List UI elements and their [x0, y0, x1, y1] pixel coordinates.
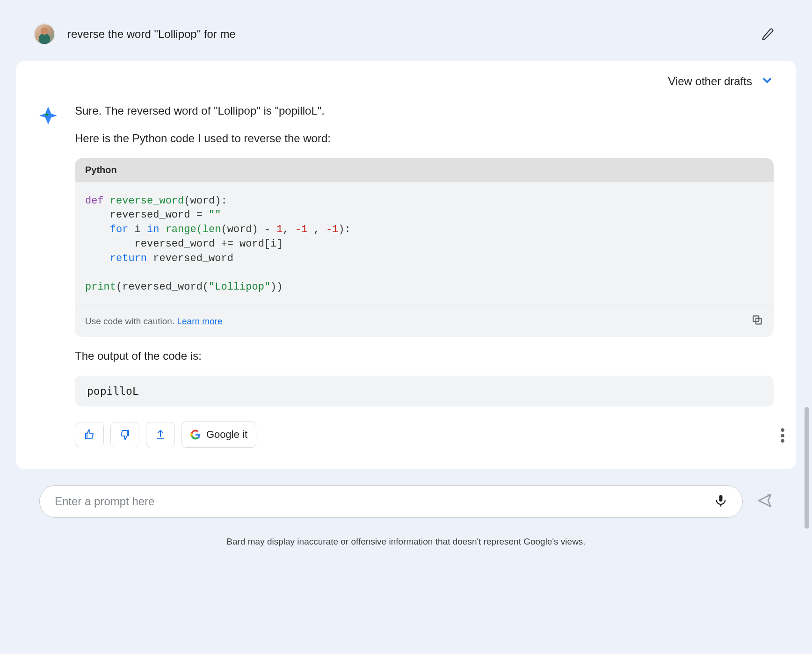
- prompt-input-container[interactable]: [39, 485, 743, 518]
- send-icon: [757, 493, 773, 509]
- scrollbar-thumb[interactable]: [805, 407, 809, 529]
- code-language-label: Python: [75, 158, 774, 182]
- more-options-button[interactable]: •••: [780, 427, 785, 443]
- response-intro: Sure. The reversed word of "Lollipop" is…: [75, 103, 774, 119]
- microphone-icon: [714, 494, 727, 507]
- output-box: popilloL: [75, 376, 774, 407]
- code-block: Python def reverse_word(word): reversed_…: [75, 158, 774, 337]
- thumbs-down-icon: [119, 429, 130, 440]
- user-prompt-row: reverse the word "Lollipop" for me: [11, 9, 801, 54]
- pencil-icon: [761, 28, 774, 41]
- response-actions: Google it: [75, 421, 774, 448]
- output-intro: The output of the code is:: [75, 348, 774, 364]
- code-intro: Here is the Python code I used to revers…: [75, 131, 774, 147]
- view-drafts-button[interactable]: View other drafts: [668, 75, 752, 88]
- code-caution-text: Use code with caution.: [85, 316, 174, 326]
- code-body: def reverse_word(word): reversed_word = …: [75, 182, 774, 305]
- prompt-input[interactable]: [55, 495, 705, 508]
- thumbs-up-icon: [84, 429, 95, 440]
- more-vert-icon: •••: [780, 427, 785, 443]
- google-it-button[interactable]: Google it: [181, 421, 256, 448]
- user-avatar: [34, 23, 55, 45]
- edit-prompt-button[interactable]: [757, 23, 778, 45]
- copy-code-button[interactable]: [751, 314, 763, 328]
- share-button[interactable]: [146, 422, 175, 447]
- copy-icon: [751, 314, 763, 326]
- send-button[interactable]: [757, 493, 773, 510]
- thumbs-down-button[interactable]: [110, 422, 139, 447]
- learn-more-link[interactable]: Learn more: [177, 316, 222, 326]
- disclaimer-text: Bard may display inaccurate or offensive…: [11, 537, 801, 547]
- response-card: View other drafts Sure. The reversed wor…: [16, 61, 796, 469]
- bard-spark-icon: [38, 106, 58, 125]
- thumbs-up-button[interactable]: [75, 422, 104, 447]
- chevron-down-icon[interactable]: [761, 74, 774, 89]
- microphone-button[interactable]: [714, 494, 727, 509]
- google-it-label: Google it: [206, 429, 247, 441]
- code-caution: Use code with caution. Learn more: [85, 316, 223, 327]
- user-prompt-text: reverse the word "Lollipop" for me: [67, 28, 745, 41]
- share-icon: [155, 429, 166, 440]
- google-logo-icon: [190, 429, 201, 440]
